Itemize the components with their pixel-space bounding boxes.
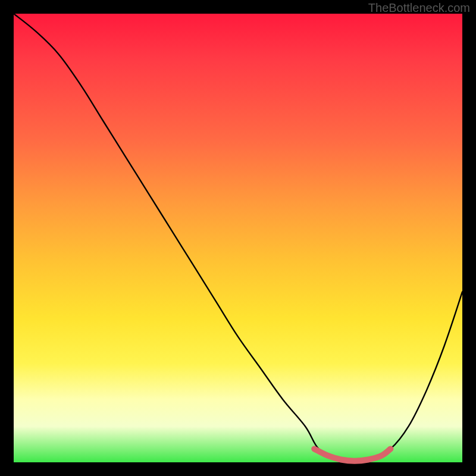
plot-area [14, 14, 462, 462]
curve-layer [14, 14, 462, 462]
optimal-range-highlight [314, 449, 390, 461]
bottleneck-curve [14, 14, 462, 462]
watermark-text: TheBottleneck.com [368, 1, 470, 15]
chart-frame: TheBottleneck.com [0, 0, 476, 476]
